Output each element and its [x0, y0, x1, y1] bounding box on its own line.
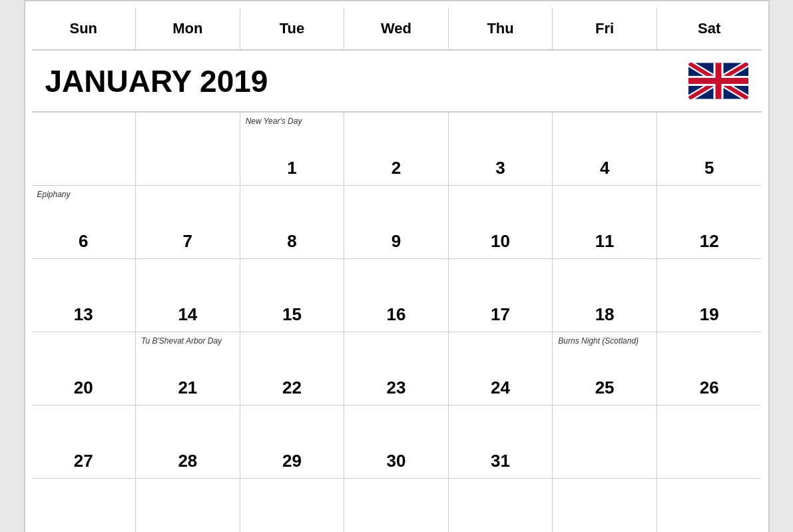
cal-cell-jan-8: 8 [240, 186, 345, 259]
cal-cell-jan-3: 3 [449, 113, 553, 186]
cal-cell-jan-24: 24 [449, 332, 553, 405]
day-number-21: 21 [178, 378, 197, 398]
cal-cell-jan-11: 11 [553, 186, 657, 259]
calendar-container: Sun Mon Tue Wed Thu Fri Sat JANUARY 2019 [24, 0, 770, 532]
cal-cell-jan-4: 4 [553, 113, 657, 186]
calendar-grid: New Year's Day 1 2 3 4 5 Epiphany 6 7 8 … [32, 113, 762, 532]
cal-cell-empty-4 [657, 405, 762, 479]
day-number-13: 13 [74, 304, 93, 325]
cal-cell-jan-2: 2 [344, 113, 449, 186]
day-number-29: 29 [282, 451, 302, 471]
cal-cell-empty-11 [657, 479, 762, 532]
cal-cell-jan-22: 22 [240, 332, 345, 405]
header-fri: Fri [553, 8, 657, 49]
day-number-23: 23 [387, 378, 406, 398]
day-number-31: 31 [491, 451, 510, 471]
cal-cell-jan-30: 30 [344, 405, 449, 479]
cal-cell-jan-26: 26 [657, 332, 762, 405]
cal-cell-empty-9 [449, 479, 553, 532]
header-tue: Tue [240, 8, 345, 49]
day-number-1: 1 [287, 158, 296, 178]
cal-cell-jan-5: 5 [657, 113, 762, 186]
day-number-5: 5 [704, 158, 714, 178]
cal-cell-jan-13: 13 [32, 259, 136, 332]
cal-cell-empty-10 [553, 479, 657, 532]
day-number-20: 20 [74, 378, 93, 398]
day-number-26: 26 [700, 378, 719, 398]
cal-cell-jan-17: 17 [449, 259, 553, 332]
day-number-3: 3 [495, 158, 505, 178]
header-wed: Wed [344, 8, 449, 49]
day-number-8: 8 [287, 231, 296, 252]
day-number-2: 2 [392, 158, 401, 178]
day-number-16: 16 [387, 304, 406, 325]
header-sun: Sun [32, 8, 136, 49]
day-number-4: 4 [600, 158, 609, 178]
cal-cell-jan-14: 14 [136, 259, 240, 332]
cal-cell-jan-29: 29 [240, 405, 345, 479]
day-number-14: 14 [178, 304, 197, 325]
day-number-15: 15 [282, 304, 302, 325]
day-number-18: 18 [595, 304, 615, 325]
month-title: JANUARY 2019 [45, 63, 268, 99]
header-mon: Mon [136, 8, 240, 49]
cal-cell-empty-2 [136, 113, 240, 186]
cal-cell-empty-5 [32, 479, 136, 532]
cal-cell-jan-16: 16 [344, 259, 449, 332]
cal-cell-jan-21: Tu B'Shevat Arbor Day 21 [136, 332, 240, 405]
cal-cell-empty-1 [32, 113, 136, 186]
cal-cell-empty-7 [240, 479, 345, 532]
holiday-label-tushevat: Tu B'Shevat Arbor Day [141, 336, 234, 347]
cal-cell-empty-3 [553, 405, 657, 479]
day-number-11: 11 [595, 231, 615, 252]
day-number-22: 22 [282, 378, 302, 398]
day-number-25: 25 [595, 378, 615, 398]
cal-cell-jan-7: 7 [136, 186, 240, 259]
holiday-label-newyear: New Year's Day [246, 117, 339, 127]
day-number-28: 28 [178, 451, 197, 471]
cal-cell-jan-27: 27 [32, 405, 136, 479]
cal-cell-jan-25: Burns Night (Scotland) 25 [553, 332, 657, 405]
cal-cell-jan-19: 19 [657, 259, 762, 332]
cal-cell-jan-1: New Year's Day 1 [240, 113, 345, 186]
day-number-10: 10 [491, 231, 510, 252]
cal-cell-empty-8 [344, 479, 449, 532]
month-header: JANUARY 2019 [32, 51, 762, 113]
day-number-17: 17 [491, 304, 510, 325]
svg-rect-8 [688, 78, 748, 84]
cal-cell-jan-23: 23 [344, 332, 449, 405]
day-number-12: 12 [700, 231, 719, 252]
holiday-label-burns: Burns Night (Scotland) [558, 336, 651, 347]
cal-cell-jan-31: 31 [449, 405, 553, 479]
cal-cell-jan-15: 15 [240, 259, 345, 332]
day-number-27: 27 [74, 451, 93, 471]
day-number-9: 9 [392, 231, 401, 252]
cal-cell-jan-18: 18 [553, 259, 657, 332]
cal-cell-jan-20: 20 [32, 332, 136, 405]
cal-cell-empty-6 [136, 479, 240, 532]
cal-cell-jan-12: 12 [657, 186, 762, 259]
day-number-19: 19 [700, 304, 719, 325]
cal-cell-jan-6: Epiphany 6 [32, 186, 136, 259]
day-number-7: 7 [183, 231, 192, 252]
header-thu: Thu [449, 8, 553, 49]
day-number-6: 6 [79, 231, 88, 252]
cal-cell-jan-9: 9 [344, 186, 449, 259]
header-sat: Sat [657, 8, 762, 49]
uk-flag-icon [688, 63, 748, 99]
holiday-label-epiphany: Epiphany [37, 190, 131, 200]
day-number-24: 24 [491, 378, 510, 398]
day-headers-row: Sun Mon Tue Wed Thu Fri Sat [32, 8, 762, 51]
day-number-30: 30 [387, 451, 406, 471]
cal-cell-jan-28: 28 [136, 405, 240, 479]
cal-cell-jan-10: 10 [449, 186, 553, 259]
